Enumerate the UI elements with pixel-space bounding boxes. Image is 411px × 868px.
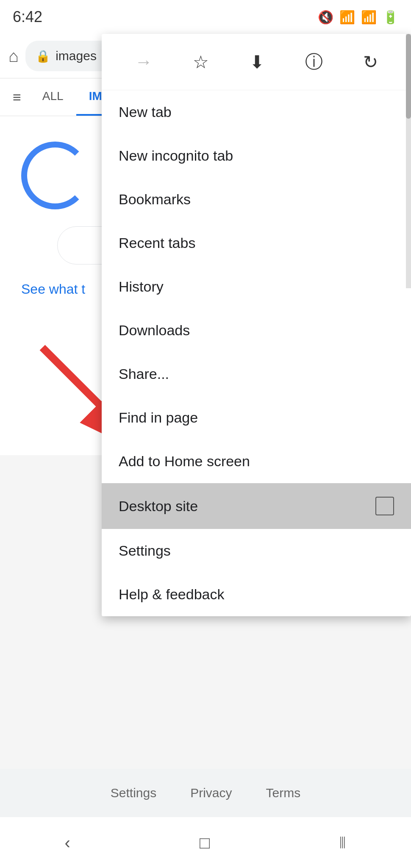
- menu-item-help-feedback[interactable]: Help & feedback: [102, 573, 411, 616]
- home-nav-button[interactable]: □: [200, 833, 210, 852]
- dropdown-menu: → ☆ ⬇ ⓘ ↻ New tab New incognito tab Book…: [102, 34, 411, 616]
- home-button[interactable]: ⌂: [8, 47, 19, 66]
- battery-icon: 🔋: [383, 10, 398, 25]
- google-logo-partial: [21, 142, 89, 209]
- url-text: images: [56, 49, 97, 63]
- recent-apps-button[interactable]: ⦀: [339, 833, 346, 852]
- menu-item-find-in-page[interactable]: Find in page: [102, 396, 411, 440]
- menu-item-desktop-site[interactable]: Desktop site: [102, 483, 411, 529]
- tab-all[interactable]: ALL: [30, 78, 76, 116]
- see-what-link[interactable]: See what t: [21, 281, 85, 297]
- refresh-icon[interactable]: ↻: [359, 47, 382, 77]
- menu-item-history[interactable]: History: [102, 265, 411, 309]
- menu-item-settings[interactable]: Settings: [102, 529, 411, 573]
- menu-toolbar: → ☆ ⬇ ⓘ ↻: [102, 34, 411, 90]
- page-footer: Settings Privacy Terms: [0, 769, 411, 817]
- menu-item-new-tab[interactable]: New tab: [102, 90, 411, 134]
- footer-privacy[interactable]: Privacy: [190, 786, 232, 800]
- hamburger-icon[interactable]: ≡: [13, 81, 30, 114]
- menu-item-downloads[interactable]: Downloads: [102, 309, 411, 352]
- back-button[interactable]: ‹: [65, 833, 70, 852]
- mute-icon: 🔇: [318, 10, 333, 25]
- info-icon[interactable]: ⓘ: [301, 46, 327, 78]
- footer-settings[interactable]: Settings: [111, 786, 156, 800]
- menu-item-recent-tabs[interactable]: Recent tabs: [102, 221, 411, 265]
- menu-item-bookmarks[interactable]: Bookmarks: [102, 178, 411, 221]
- signal-icon: 📶: [361, 10, 377, 25]
- wifi-icon: 📶: [339, 10, 355, 25]
- status-icons: 🔇 📶 📶 🔋: [318, 10, 398, 25]
- status-time: 6:42: [13, 8, 42, 26]
- status-bar: 6:42 🔇 📶 📶 🔋: [0, 0, 411, 34]
- menu-item-incognito[interactable]: New incognito tab: [102, 134, 411, 178]
- desktop-site-checkbox[interactable]: [375, 497, 394, 515]
- system-nav-bar: ‹ □ ⦀: [0, 817, 411, 868]
- forward-icon[interactable]: →: [131, 47, 157, 76]
- bookmark-icon[interactable]: ☆: [189, 47, 213, 77]
- lock-icon: 🔒: [36, 49, 50, 63]
- download-icon[interactable]: ⬇: [245, 47, 269, 77]
- footer-terms[interactable]: Terms: [266, 786, 301, 800]
- menu-item-add-home-screen[interactable]: Add to Home screen: [102, 440, 411, 483]
- menu-item-share[interactable]: Share...: [102, 352, 411, 396]
